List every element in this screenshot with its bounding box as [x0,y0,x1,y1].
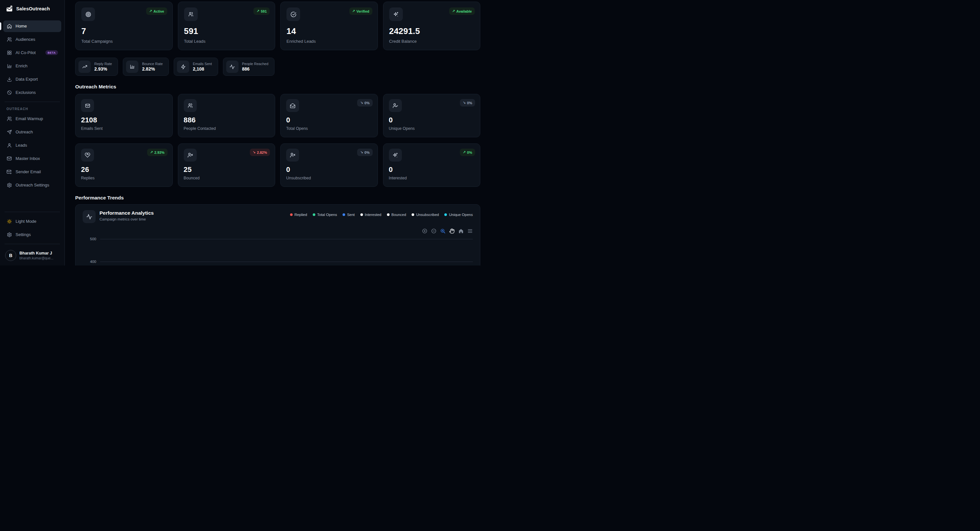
users-icon [184,99,197,112]
metric-card-bounced: ↘2.82%25Bounced [178,143,275,187]
performance-analytics-card: Performance Analytics Campaign metrics o… [75,204,480,265]
stat-value: 2108 [81,116,167,124]
stat-label: Replies [81,176,167,180]
download-icon [6,76,12,82]
sidebar-item-ai-co-pilot[interactable]: AI Co-PilotBETA [3,47,61,59]
activity-icon [226,60,239,73]
sidebar-item-label: Settings [16,232,31,237]
sidebar-item-label: Exclusions [16,90,36,95]
metric-card-emails-sent: 2108Emails Sent [75,94,173,137]
stat-value: 591 [184,26,269,36]
stat-card-enriched-leads: ↗Verified14Enriched Leads [280,2,378,50]
sidebar-item-label: Sender Email [16,170,41,174]
legend-label: Sent [347,213,355,217]
sidebar-item-label: Outreach [16,130,33,135]
legend-label: Bounced [391,213,406,217]
gridline [100,239,473,239]
mail-plus-icon [6,169,12,174]
home-icon [6,23,12,29]
zoom-in-icon[interactable] [422,228,428,234]
sidebar-item-sender-email[interactable]: Sender Email [3,166,61,178]
quick-stats-row: Reply Rate2.93%Bounce Rate2.82%Emails Se… [75,58,480,76]
sidebar-item-label: Enrich [16,63,27,68]
sidebar-item-email-warmup[interactable]: Email Warmup [3,113,61,125]
legend-item-interested[interactable]: Interested [360,213,382,217]
quick-stat-reply-rate: Reply Rate2.93% [75,58,118,76]
y-axis-tick: 500 [83,237,96,241]
user-check-icon [389,99,402,112]
sidebar-item-enrich[interactable]: Enrich [3,60,61,72]
stats-grid: ↗Active7Total Campaigns↗591591Total Lead… [75,2,480,50]
stat-label: Emails Sent [81,126,167,131]
legend-dot [412,213,414,216]
pan-icon[interactable] [449,228,455,234]
user-profile[interactable]: B Bharath Kumar J bharath.kumar@que... [0,247,65,265]
stat-label: People Contacted [184,126,270,131]
performance-trends-heading: Performance Trends [75,195,480,201]
sidebar-item-label: Leads [16,143,27,147]
legend-item-sent[interactable]: Sent [342,213,355,217]
sun-icon [6,219,12,224]
stat-value: 0 [286,116,372,124]
legend-item-unique-opens[interactable]: Unique Opens [444,213,473,217]
metrics-grid: 2108Emails Sent886People Contacted↘0%0To… [75,94,480,187]
quick-stat-bounce-rate: Bounce Rate2.82% [123,58,169,76]
sidebar-item-settings[interactable]: Settings [3,229,61,241]
menu-icon[interactable] [467,228,473,234]
sidebar-divider [5,101,60,102]
quick-stat-value: 886 [242,67,268,71]
trend-arrow-icon: ↗ [463,150,466,154]
sidebar-item-outreach-settings[interactable]: Outreach Settings [3,179,61,191]
avatar: B [5,250,16,261]
legend-item-unsubscribed[interactable]: Unsubscribed [412,213,439,217]
legend-label: Replied [294,213,307,217]
zap-icon [177,60,189,73]
sidebar: SalesOutreach HomeAudiencesAI Co-PilotBE… [0,0,65,265]
quick-stat-label: Emails Sent [193,62,212,66]
trend-badge: ↘0% [460,99,475,106]
legend-dot [342,213,345,216]
active-indicator [0,22,1,30]
trend-arrow-icon: ↘ [463,101,466,105]
y-axis-tick: 400 [83,260,96,263]
stat-value: 0 [286,165,372,174]
sidebar-item-home[interactable]: Home [3,21,61,32]
sidebar-item-light-mode[interactable]: Light Mode [3,216,61,227]
sidebar-item-exclusions[interactable]: Exclusions [3,87,61,98]
stat-label: Total Leads [184,39,269,44]
trend-arrow-icon: ↗ [352,9,355,13]
legend-item-replied[interactable]: Replied [290,213,307,217]
legend-label: Total Opens [317,213,337,217]
sidebar-item-label: AI Co-Pilot [16,50,36,55]
legend-item-bounced[interactable]: Bounced [387,213,406,217]
gear-icon [6,182,12,188]
selection-zoom-icon[interactable] [440,228,445,234]
reset-zoom-icon[interactable] [458,228,464,234]
app-logo: SalesOutreach [0,0,65,14]
legend-item-total-opens[interactable]: Total Opens [313,213,337,217]
sidebar-item-audiences[interactable]: Audiences [3,34,61,45]
stat-value: 886 [184,116,270,124]
zoom-out-icon[interactable] [431,228,436,234]
sidebar-divider [5,212,60,212]
quick-stat-emails-sent: Emails Sent2,108 [174,58,218,76]
ban-icon [6,90,12,95]
sidebar-item-leads[interactable]: Leads [3,139,61,151]
chart-gridline-row: 400 [83,260,473,263]
users-icon [6,36,12,42]
sidebar-item-data-export[interactable]: Data Export [3,73,61,85]
user-icon [6,143,12,148]
stat-value: 0 [389,116,475,124]
user-name: Bharath Kumar J [19,251,54,256]
sidebar-item-outreach[interactable]: Outreach [3,126,61,138]
users-icon [6,116,12,121]
legend-dot [360,213,363,216]
metric-card-replies: ↗2.93%26Replies [75,143,173,187]
gridline [100,262,473,262]
stat-card-total-leads: ↗591591Total Leads [178,2,275,50]
stat-value: 7 [81,26,167,36]
sidebar-item-master-inbox[interactable]: Master Inbox [3,153,61,165]
target-icon [81,8,95,21]
legend-dot [290,213,293,216]
sidebar-section-label: OUTREACH [0,105,65,112]
